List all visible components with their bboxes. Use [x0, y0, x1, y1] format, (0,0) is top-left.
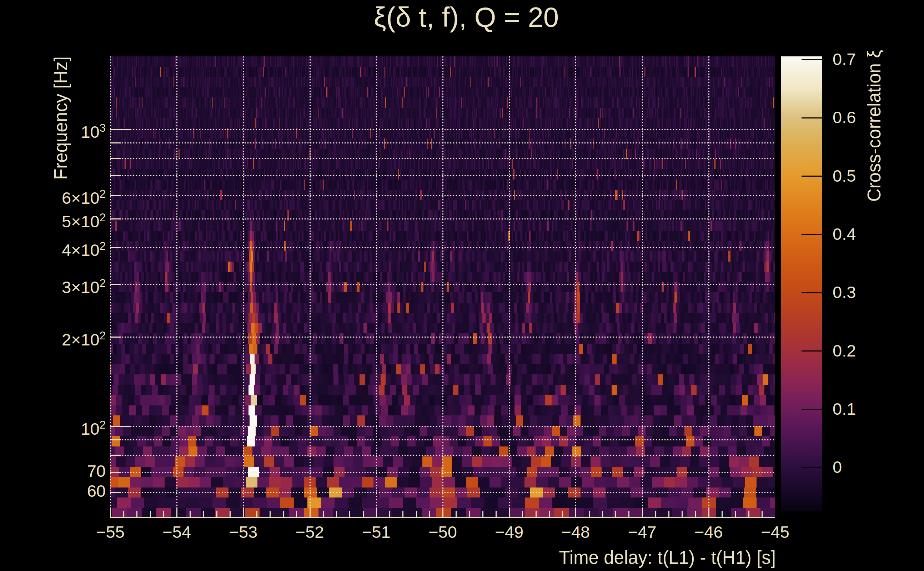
colorbar-tick-label: 0.4 [833, 224, 856, 244]
figure-background: { "title": "ξ(δ t, f), Q = 20", "x_axis"… [0, 0, 924, 571]
colorbar [781, 56, 822, 511]
y-tick-label: 60 [0, 481, 106, 501]
colorbar-tick [802, 117, 824, 119]
colorbar-tick-label: 0.6 [833, 108, 856, 127]
colorbar-label: Cross-correlation ξ [864, 50, 885, 202]
y-tick-label: 70 [0, 461, 106, 481]
x-tick-label: −45 [736, 522, 814, 542]
y-tick-label: 102 [0, 415, 106, 438]
colorbar-tick [802, 292, 824, 293]
spectrogram-heatmap [110, 56, 775, 518]
y-tick-label: 2×102 [0, 326, 106, 349]
y-tick-label: 3×102 [0, 274, 106, 297]
colorbar-tick-label: 0 [833, 457, 842, 477]
colorbar-tick-label: 0.2 [833, 341, 856, 360]
colorbar-tick [802, 350, 824, 352]
y-tick-label: 6×102 [0, 185, 106, 208]
y-axis-label: Frequency [Hz] [51, 56, 71, 180]
chart-title: ξ(δ t, f), Q = 20 [110, 1, 822, 34]
colorbar-tick [802, 234, 824, 235]
colorbar-tick [802, 59, 824, 60]
colorbar-tick-label: 0.5 [833, 166, 856, 185]
y-tick-label: 103 [0, 119, 106, 142]
y-tick-label: 5×102 [0, 208, 106, 231]
colorbar-tick [802, 467, 824, 468]
colorbar-tick-label: 0.3 [833, 282, 856, 302]
colorbar-tick [802, 409, 824, 410]
colorbar-tick-label: 0.1 [833, 399, 856, 418]
colorbar-tick [802, 176, 824, 177]
colorbar-tick-label: 0.7 [833, 49, 856, 69]
x-axis-label: Time delay: t(L1) - t(H1) [s] [559, 548, 776, 568]
y-tick-label: 4×102 [0, 237, 106, 260]
